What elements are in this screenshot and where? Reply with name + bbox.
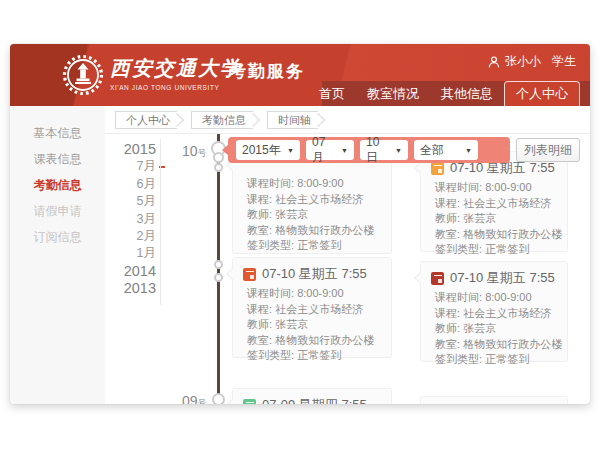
field-label: 教师:	[435, 322, 460, 334]
calendar-icon	[243, 268, 256, 281]
card-date: 07-09 星期四 7:55	[262, 396, 367, 404]
field-value: 格物致知行政办公楼	[463, 228, 562, 240]
year-month-rail: 2015 7月 6月 5月 3月 2月 1月 2014 2013	[108, 141, 156, 298]
field-value: 张芸京	[275, 208, 308, 220]
field-label: 课程时间:	[247, 177, 294, 189]
rail-year-2015[interactable]: 2015	[108, 141, 156, 158]
field-label: 课程:	[435, 307, 460, 319]
field-label: 教师:	[435, 212, 460, 224]
field-label: 签到类型:	[247, 239, 294, 251]
university-name-cn: 西安交通大学	[110, 55, 242, 82]
field-label: 教师:	[247, 318, 272, 330]
rail-divider	[160, 139, 161, 305]
field-value: 8:00-9:00	[485, 181, 531, 193]
rail-month-jan[interactable]: 1月	[108, 245, 156, 262]
field-value: 社会主义市场经济	[463, 197, 551, 209]
type-select[interactable]: 全部▼	[414, 140, 478, 160]
field-value: 8:00-9:00	[297, 177, 343, 189]
field-value: 格物致知行政办公楼	[275, 224, 374, 236]
user-name: 张小小	[505, 53, 541, 70]
sidebar-item-attendance-info[interactable]: 考勤信息	[10, 172, 105, 198]
field-value: 正常签到	[297, 349, 341, 361]
field-label: 课程时间:	[247, 287, 294, 299]
field-label: 课程:	[247, 193, 272, 205]
timeline-axis	[217, 134, 220, 404]
field-label: 课程:	[435, 197, 460, 209]
field-value: 正常签到	[485, 353, 529, 365]
breadcrumb-timeline[interactable]: 时间轴	[267, 111, 318, 129]
user-role: 学生	[552, 53, 576, 70]
field-value: 格物致知行政办公楼	[463, 338, 562, 350]
attendance-app-window: 西安交通大学 XI'AN JIAO TONG UNIVERSITY 考勤服务 张…	[10, 44, 590, 404]
field-label: 签到类型:	[435, 353, 482, 365]
date-filter-bar: 2015年▼ 07月▼ 10日▼ 全部▼	[228, 137, 510, 163]
year-select[interactable]: 2015年▼	[236, 140, 300, 160]
field-value: 正常签到	[485, 243, 529, 255]
day-select[interactable]: 10日▼	[360, 140, 408, 160]
field-value: 正常签到	[297, 239, 341, 251]
rail-month-jul[interactable]: 7月	[108, 158, 156, 175]
card-date: 07-10 星期五 7:55	[262, 265, 367, 283]
card-date: 07-10 星期五 7:55	[450, 269, 555, 287]
chevron-down-icon: ▼	[341, 147, 348, 154]
chevron-down-icon: ▼	[395, 147, 402, 154]
field-label: 教师:	[247, 208, 272, 220]
timeline-node-small	[214, 260, 223, 269]
field-value: 格物致知行政办公楼	[275, 334, 374, 346]
app-title: 考勤服务	[229, 60, 305, 83]
month-select[interactable]: 07月▼	[306, 140, 354, 160]
field-label: 课程时间:	[435, 291, 482, 303]
field-value: 张芸京	[463, 212, 496, 224]
timeline-node-small	[214, 273, 223, 282]
field-value: 社会主义市场经济	[275, 303, 363, 315]
nav-tab-other[interactable]: 其他信息	[430, 81, 504, 106]
attendance-card: 07-10 星期五 7:55 课程时间: 8:00-9:00 课程: 社会主义市…	[420, 261, 568, 362]
timeline-node-small	[214, 163, 223, 172]
sidebar-item-schedule-info[interactable]: 课表信息	[10, 146, 105, 172]
rail-year-2014[interactable]: 2014	[108, 263, 156, 280]
nav-tab-personal-center[interactable]: 个人中心	[504, 81, 580, 106]
rail-month-feb[interactable]: 2月	[108, 228, 156, 245]
day-label-10: 10号	[182, 143, 207, 160]
attendance-card: 07-09 星期四 7:55	[232, 388, 392, 404]
sidebar: 基本信息 课表信息 考勤信息 请假申请 订阅信息	[10, 106, 105, 404]
rail-month-jun[interactable]: 6月	[108, 176, 156, 193]
chevron-down-icon: ▼	[287, 147, 294, 154]
field-value: 8:00-9:00	[297, 287, 343, 299]
field-value: 社会主义市场经济	[463, 307, 551, 319]
calendar-icon	[243, 399, 256, 405]
field-label: 课程:	[247, 303, 272, 315]
field-label: 教室:	[247, 334, 272, 346]
field-label: 签到类型:	[435, 243, 482, 255]
field-value: 社会主义市场经济	[275, 193, 363, 205]
field-label: 教室:	[247, 224, 272, 236]
breadcrumb-attendance-info[interactable]: 考勤信息	[191, 111, 253, 129]
field-value: 8:00-9:00	[485, 291, 531, 303]
rail-month-may[interactable]: 5月	[108, 193, 156, 210]
app-header: 西安交通大学 XI'AN JIAO TONG UNIVERSITY 考勤服务 张…	[10, 44, 590, 106]
field-label: 教室:	[435, 338, 460, 350]
sidebar-item-subscription-info[interactable]: 订阅信息	[10, 224, 105, 250]
attendance-card: 07-10 星期五 7:55 课程时间: 8:00-9:00 课程: 社会主义市…	[420, 151, 568, 252]
sidebar-item-basic-info[interactable]: 基本信息	[10, 120, 105, 146]
university-name-block: 西安交通大学 XI'AN JIAO TONG UNIVERSITY	[110, 55, 242, 91]
day-label-09: 09号	[182, 393, 207, 404]
person-icon	[488, 56, 500, 68]
nav-tab-classroom[interactable]: 教室情况	[356, 81, 430, 106]
sidebar-item-leave-request[interactable]: 请假申请	[10, 198, 105, 224]
field-label: 课程时间:	[435, 181, 482, 193]
university-seal-icon	[62, 54, 104, 96]
field-label: 签到类型:	[247, 349, 294, 361]
chevron-down-icon: ▼	[465, 147, 472, 154]
rail-year-2013[interactable]: 2013	[108, 280, 156, 297]
breadcrumb-personal-center[interactable]: 个人中心	[115, 111, 177, 129]
nav-tab-home[interactable]: 首页	[308, 81, 356, 106]
calendar-icon	[431, 162, 444, 175]
rail-month-mar[interactable]: 3月	[108, 211, 156, 228]
attendance-card-partial	[420, 396, 568, 404]
university-name-en: XI'AN JIAO TONG UNIVERSITY	[110, 84, 242, 91]
user-menu[interactable]: 张小小 学生	[488, 53, 576, 70]
field-value: 张芸京	[463, 322, 496, 334]
list-detail-button[interactable]: 列表明细	[516, 138, 580, 162]
top-nav: 首页 教室情况 其他信息 个人中心	[322, 81, 590, 106]
